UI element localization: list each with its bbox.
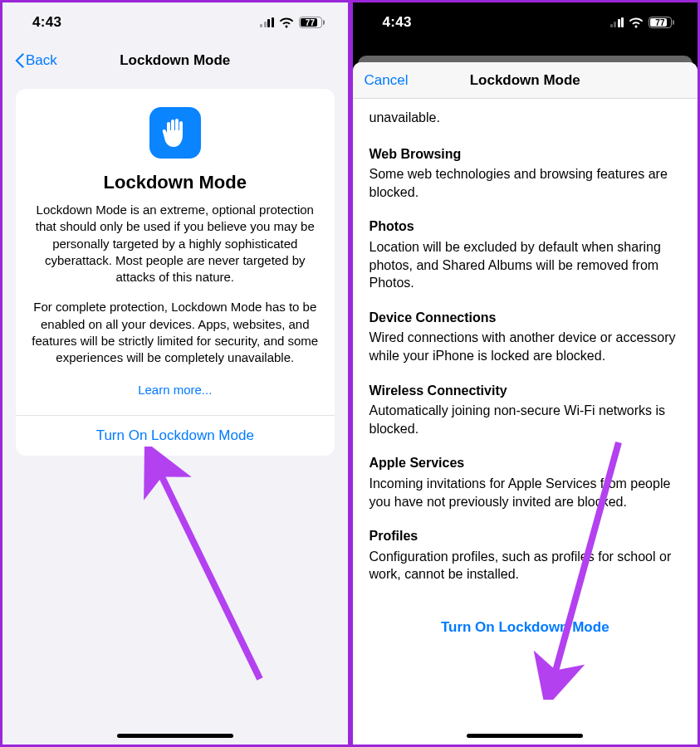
- card-para-1: Lockdown Mode is an extreme, optional pr…: [27, 202, 323, 286]
- status-time: 4:43: [383, 14, 412, 31]
- turn-on-lockdown-button[interactable]: Turn On Lockdown Mode: [370, 600, 682, 671]
- cellular-signal-icon: [260, 17, 274, 27]
- back-button[interactable]: Back: [9, 49, 62, 72]
- sheet-backdrop: [353, 42, 698, 56]
- section-head: Apple Services: [370, 454, 682, 472]
- section-body: Incoming invitations for Apple Services …: [370, 475, 682, 510]
- wifi-icon: [629, 17, 644, 28]
- status-time: 4:43: [32, 14, 61, 31]
- section-head: Device Connections: [370, 309, 682, 327]
- section-photos: Photos Location will be excluded by defa…: [370, 217, 682, 291]
- cancel-label: Cancel: [365, 72, 409, 89]
- turn-on-lockdown-button[interactable]: Turn On Lockdown Mode: [16, 415, 335, 456]
- cancel-button[interactable]: Cancel: [360, 69, 414, 92]
- section-device-connections: Device Connections Wired connections wit…: [370, 309, 682, 365]
- section-head: Profiles: [370, 527, 682, 545]
- section-body: Configuration profiles, such as profiles…: [370, 548, 682, 583]
- section-head: Photos: [370, 217, 682, 236]
- status-right: 77: [610, 17, 675, 28]
- section-body: Location will be excluded by default whe…: [370, 238, 682, 292]
- nav-bar: Back Lockdown Mode: [2, 42, 348, 79]
- battery-icon: 77: [649, 17, 674, 28]
- status-right: 77: [260, 17, 325, 28]
- sheet-nav-bar: Cancel Lockdown Mode: [353, 62, 698, 99]
- battery-icon: 77: [299, 17, 325, 28]
- status-bar: 4:43 77: [353, 2, 698, 42]
- cellular-signal-icon: [610, 17, 624, 27]
- section-profiles: Profiles Configuration profiles, such as…: [370, 527, 682, 583]
- section-head: Web Browsing: [370, 145, 682, 164]
- phone-left: 4:43 77 Back Lockdown Mode: [0, 0, 350, 747]
- status-bar: 4:43 77: [2, 2, 348, 42]
- chevron-back-icon: [14, 52, 24, 69]
- section-body: Wired connections with another device or…: [370, 329, 682, 364]
- section-wireless: Wireless Connectivity Automatically join…: [370, 382, 682, 438]
- sheet: Cancel Lockdown Mode unavailable. Web Br…: [353, 62, 698, 745]
- card-title: Lockdown Mode: [27, 172, 323, 193]
- section-web-browsing: Web Browsing Some web technologies and b…: [370, 145, 682, 202]
- phone-right: 4:43 77 Cancel Lockdown Mode: [350, 0, 701, 747]
- settings-body: Lockdown Mode Lockdown Mode is an extrem…: [2, 79, 348, 745]
- wifi-icon: [279, 17, 294, 28]
- section-body: Automatically joining non-secure Wi-Fi n…: [370, 402, 682, 437]
- lockdown-hand-icon: [149, 107, 201, 159]
- card-para-2: For complete protection, Lockdown Mode h…: [27, 299, 323, 366]
- fragment-text: unavailable.: [370, 109, 682, 127]
- back-label: Back: [26, 52, 57, 69]
- section-head: Wireless Connectivity: [370, 382, 682, 400]
- sheet-content[interactable]: unavailable. Web Browsing Some web techn…: [353, 99, 698, 745]
- learn-more-link[interactable]: Learn more...: [131, 379, 218, 400]
- section-apple-services: Apple Services Incoming invitations for …: [370, 454, 682, 510]
- home-indicator: [467, 734, 583, 738]
- section-body: Some web technologies and browsing featu…: [370, 165, 682, 201]
- lockdown-card: Lockdown Mode Lockdown Mode is an extrem…: [16, 89, 335, 456]
- home-indicator: [117, 734, 233, 738]
